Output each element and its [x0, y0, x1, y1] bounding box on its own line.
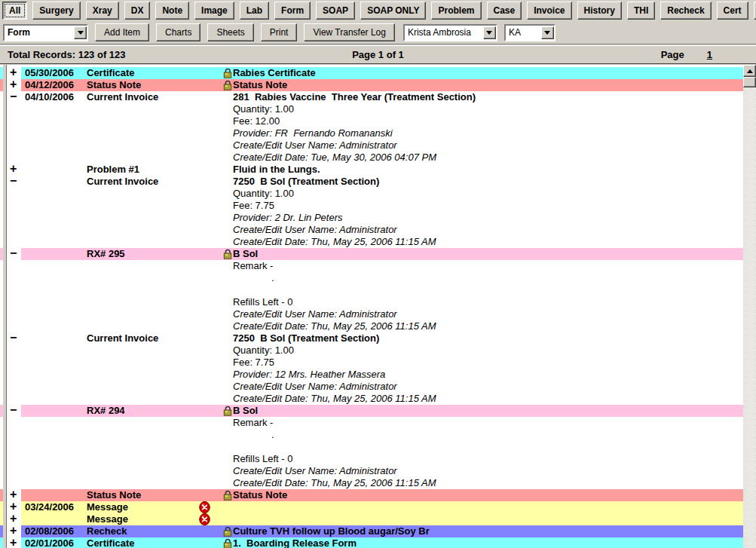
row-highlight-band: [21, 441, 743, 453]
tab-link[interactable]: Link: [754, 2, 756, 20]
record-detail-row: Create/Edit Date: Thu, May 25, 2006 11:1…: [0, 477, 743, 489]
record-detail-row: .: [0, 429, 743, 441]
record-row[interactable]: +05/30/2006CertificateRabies Certificate: [0, 67, 743, 79]
record-detail-text: Create/Edit User Name: Administrator: [233, 465, 397, 477]
record-detail-row: Fee: 12.00: [0, 115, 743, 127]
row-highlight-band: [21, 501, 743, 513]
initials-combobox[interactable]: KA: [504, 24, 556, 41]
expand-toggle[interactable]: +: [10, 537, 17, 548]
record-detail-text: Quantity: 1.00: [233, 188, 294, 200]
vertical-scrollbar[interactable]: [743, 65, 756, 548]
add-item-button[interactable]: Add Item: [95, 23, 149, 41]
record-detail-row: Quantity: 1.00: [0, 103, 743, 115]
record-description: Status Note: [233, 489, 287, 501]
record-description: B Sol: [233, 405, 258, 417]
record-description: Rabies Certificate: [233, 67, 316, 79]
tab-invoice[interactable]: Invoice: [527, 2, 571, 20]
tab-soap[interactable]: SOAP: [316, 2, 355, 20]
expand-toggle[interactable]: −: [10, 247, 17, 259]
record-rows: +05/30/2006CertificateRabies Certificate…: [0, 67, 743, 548]
tab-cert[interactable]: Cert: [717, 2, 748, 20]
record-row[interactable]: +03/24/2006Message: [0, 501, 743, 513]
tab-history[interactable]: History: [577, 2, 622, 20]
record-type: Certificate: [87, 537, 135, 548]
record-detail-row: Create/Edit User Name: Administrator: [0, 224, 743, 236]
tab-problem[interactable]: Problem: [431, 2, 481, 20]
charts-button[interactable]: Charts: [156, 23, 200, 41]
sheets-button[interactable]: Sheets: [207, 23, 253, 41]
record-row[interactable]: +Status NoteStatus Note: [0, 489, 743, 501]
tab-xray[interactable]: Xray: [86, 2, 119, 20]
record-detail-text: Remark -: [233, 417, 273, 429]
user-combobox-value: Krista Ambrosia: [405, 27, 483, 38]
expand-toggle[interactable]: +: [10, 488, 17, 501]
record-detail-row: Refills Left - 0: [0, 453, 743, 465]
record-type: Status Note: [87, 489, 141, 501]
tab-recheck[interactable]: Recheck: [660, 2, 711, 20]
record-detail-row: Create/Edit Date: Thu, May 25, 2006 11:1…: [0, 393, 743, 405]
expand-toggle[interactable]: −: [10, 175, 17, 187]
record-detail-text: Create/Edit User Name: Administrator: [233, 139, 397, 152]
view-transfer-log-button[interactable]: View Transfer Log: [304, 23, 395, 41]
user-combobox[interactable]: Krista Ambrosia: [403, 24, 497, 41]
row-highlight-band: [21, 405, 743, 417]
record-detail-row: Provider: 2 Dr. Lin Peters: [0, 212, 743, 224]
chevron-down-icon[interactable]: [74, 26, 87, 39]
expand-toggle[interactable]: +: [10, 66, 17, 78]
record-date: 04/10/2006: [25, 91, 74, 103]
record-detail-text: Refills Left - 0: [233, 296, 292, 308]
record-detail-text: Refills Left - 0: [233, 453, 292, 465]
tab-form[interactable]: Form: [274, 2, 311, 20]
tab-surgery[interactable]: Surgery: [32, 2, 80, 20]
chevron-down-icon[interactable]: [541, 26, 554, 39]
record-row[interactable]: +04/12/2006Status NoteStatus Note: [0, 79, 743, 91]
tab-all[interactable]: All: [2, 2, 27, 20]
view-combobox[interactable]: Form: [3, 24, 88, 41]
row-highlight-band: [21, 429, 743, 441]
expand-toggle[interactable]: +: [10, 78, 17, 90]
record-row[interactable]: −RX# 295B Sol: [0, 248, 743, 260]
record-row[interactable]: +Problem #1Fluid in the Lungs.: [0, 164, 743, 176]
page-number-link[interactable]: 1: [707, 49, 712, 60]
tab-dx[interactable]: DX: [124, 2, 151, 20]
record-detail-text: Remark -: [233, 260, 273, 272]
tab-note[interactable]: Note: [155, 2, 189, 20]
tab-lab[interactable]: Lab: [240, 2, 269, 20]
tab-image[interactable]: Image: [194, 2, 234, 20]
page-info-label: Page 1 of 1: [0, 49, 756, 60]
expand-toggle[interactable]: −: [10, 90, 17, 103]
record-detail-row: Provider: FR Fernando Romananski: [0, 127, 743, 139]
expand-toggle[interactable]: +: [10, 163, 17, 175]
record-detail-row: Create/Edit Date: Tue, May 30, 2006 04:0…: [0, 152, 743, 164]
print-button[interactable]: Print: [261, 23, 298, 41]
record-row[interactable]: −Current Invoice7250 B Sol (Treatment Se…: [0, 332, 743, 344]
record-detail-text: Fee: 7.75: [233, 357, 274, 369]
record-detail-text: Quantity: 1.00: [233, 103, 294, 115]
tab-case[interactable]: Case: [487, 2, 522, 20]
record-row[interactable]: −Current Invoice7250 B Sol (Treatment Se…: [0, 176, 743, 188]
expand-toggle[interactable]: −: [10, 404, 17, 416]
record-detail-row: [0, 284, 743, 296]
scroll-thumb[interactable]: [743, 77, 756, 87]
expand-toggle[interactable]: −: [10, 332, 17, 344]
scroll-up-button[interactable]: [743, 65, 756, 77]
record-row[interactable]: −RX# 294B Sol: [0, 405, 743, 417]
tab-thi[interactable]: THI: [627, 2, 655, 20]
record-detail-text: Fee: 7.75: [233, 200, 274, 212]
record-description: Culture TVH follow up Blood augar/Soy Br: [233, 525, 430, 537]
record-row[interactable]: +Message: [0, 513, 743, 525]
record-detail-row: Quantity: 1.00: [0, 188, 743, 200]
tab-soap-only[interactable]: SOAP ONLY: [360, 2, 426, 20]
expand-toggle[interactable]: +: [10, 525, 17, 537]
lock-icon: [223, 538, 232, 548]
expand-toggle[interactable]: +: [10, 501, 17, 513]
expand-toggle[interactable]: +: [10, 513, 17, 525]
record-description: 7250 B Sol (Treatment Section): [233, 332, 379, 344]
chevron-down-icon[interactable]: [483, 26, 496, 39]
record-type: Current Invoice: [87, 332, 158, 344]
record-row[interactable]: +02/08/2006RecheckCulture TVH follow up …: [0, 525, 743, 537]
record-row[interactable]: −04/10/2006Current Invoice281 Rabies Vac…: [0, 91, 743, 103]
lock-icon: [223, 68, 232, 78]
record-row[interactable]: +02/01/2006Certificate1. Boarding Releas…: [0, 537, 743, 548]
row-highlight-band: [21, 188, 743, 200]
